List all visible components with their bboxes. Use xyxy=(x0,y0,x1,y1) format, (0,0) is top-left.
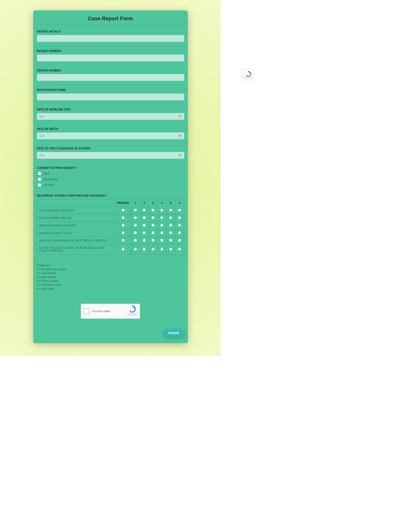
table-header: PRESENT xyxy=(115,200,131,207)
radio-icon[interactable] xyxy=(134,216,137,219)
radio-icon[interactable] xyxy=(152,216,154,219)
severity-option-severe[interactable]: SEVERE xyxy=(37,183,184,187)
radio-icon[interactable] xyxy=(169,216,172,219)
table-cell xyxy=(115,244,131,255)
radio-icon[interactable] xyxy=(134,248,137,250)
table-cell xyxy=(149,244,157,255)
table-cell xyxy=(175,207,184,214)
radio-icon[interactable] xyxy=(134,209,137,211)
radio-icon[interactable] xyxy=(178,224,181,227)
table-cell xyxy=(157,229,166,237)
radio-icon[interactable] xyxy=(122,209,124,211)
radio-icon[interactable] xyxy=(152,248,154,250)
table-cell xyxy=(115,222,131,229)
first-diagnosis-input[interactable] xyxy=(37,152,184,159)
recaptcha-badge[interactable]: Privacy - Terms xyxy=(243,70,254,80)
investigator-name-label: INVESTIGATOR NAME: xyxy=(37,89,184,91)
severity-group: CURRENT ASTHMA SEVERITY MILDMODERATESEVE… xyxy=(37,167,184,187)
patient-number-label: PATIENT NUMBER: xyxy=(37,50,184,52)
patient-number-input[interactable] xyxy=(37,55,184,61)
radio-icon[interactable] xyxy=(161,224,163,227)
radio-icon[interactable] xyxy=(169,239,172,242)
radio-icon[interactable] xyxy=(134,224,137,227)
baseline-visit-input[interactable] xyxy=(37,113,184,120)
table-row: COUGH DURING THE DAY xyxy=(37,214,184,222)
radio-icon[interactable] xyxy=(169,209,172,211)
radio-icon[interactable] xyxy=(178,239,181,242)
table-cell xyxy=(115,214,131,222)
table-header: 3 xyxy=(149,200,157,207)
radio-icon[interactable] xyxy=(161,248,163,250)
row-label: WHEEZE DURING THE DAY xyxy=(37,229,115,237)
patient-initials-input[interactable] xyxy=(37,35,184,42)
recaptcha-checkbox[interactable] xyxy=(84,308,89,314)
table-cell xyxy=(149,229,157,237)
radio-icon[interactable] xyxy=(161,216,163,219)
radio-icon[interactable] xyxy=(134,231,137,234)
table-cell xyxy=(140,237,149,244)
centre-number-label: CENTRE NUMBER: xyxy=(37,69,184,72)
radio-icon[interactable] xyxy=(143,216,145,219)
radio-icon[interactable] xyxy=(152,209,154,211)
table-cell xyxy=(140,244,149,255)
radio-icon[interactable] xyxy=(143,209,145,211)
table-cell xyxy=(166,229,175,237)
radio-icon[interactable] xyxy=(143,239,145,242)
radio-icon[interactable] xyxy=(143,248,145,250)
radio-icon[interactable] xyxy=(143,224,145,227)
radio-icon[interactable] xyxy=(161,209,163,211)
symptoms-section: RECURRENT ASTHMA SYMPTOMS AND FREQUENCY:… xyxy=(37,194,184,255)
table-cell xyxy=(166,244,175,255)
radio-icon[interactable] xyxy=(38,172,41,175)
radio-icon[interactable] xyxy=(178,248,181,250)
radio-icon[interactable] xyxy=(122,224,124,227)
table-cell xyxy=(175,229,184,237)
radio-icon[interactable] xyxy=(178,209,181,211)
radio-icon[interactable] xyxy=(178,231,181,234)
severity-label: CURRENT ASTHMA SEVERITY xyxy=(37,167,184,169)
investigator-name-input[interactable] xyxy=(37,94,184,100)
severity-option-mild[interactable]: MILD xyxy=(37,172,184,175)
table-cell xyxy=(131,207,140,214)
recaptcha-box[interactable]: I'm not a robot reCAPTCHA Privacy - Term… xyxy=(81,304,140,319)
radio-icon[interactable] xyxy=(38,178,41,181)
form-card: Case Report Form PATIENT INITIALS: PATIE… xyxy=(33,10,188,343)
table-header: 5 xyxy=(166,200,175,207)
radio-icon[interactable] xyxy=(161,231,163,234)
radio-icon[interactable] xyxy=(169,248,172,250)
radio-icon[interactable] xyxy=(161,239,163,242)
legend-title: Frequency: xyxy=(37,263,184,267)
radio-icon[interactable] xyxy=(134,239,137,242)
table-header: 1 xyxy=(131,200,140,207)
radio-icon[interactable] xyxy=(38,183,41,187)
radio-icon[interactable] xyxy=(169,224,172,227)
legend-line: 4 = 3 times a week xyxy=(37,279,184,283)
table-cell xyxy=(115,229,131,237)
radio-label: SEVERE xyxy=(44,184,54,187)
centre-number-input[interactable] xyxy=(37,74,184,81)
radio-icon[interactable] xyxy=(169,231,172,234)
radio-icon[interactable] xyxy=(122,216,124,219)
radio-label: MODERATE xyxy=(44,178,58,181)
table-cell xyxy=(131,244,140,255)
severity-option-moderate[interactable]: MODERATE xyxy=(37,178,184,181)
table-cell xyxy=(115,207,131,214)
legend-line: 5 = 4-6 times a week xyxy=(37,283,184,287)
radio-icon[interactable] xyxy=(122,239,124,242)
radio-icon[interactable] xyxy=(178,216,181,219)
dob-input[interactable] xyxy=(37,132,184,139)
radio-icon[interactable] xyxy=(143,231,145,234)
table-cell xyxy=(140,207,149,214)
first-diagnosis-label: DATE OF FIRST DIAGNOSIS OF ASTHMA: xyxy=(37,147,184,150)
radio-icon[interactable] xyxy=(152,231,154,234)
radio-icon[interactable] xyxy=(152,239,154,242)
table-cell xyxy=(175,237,184,244)
radio-icon[interactable] xyxy=(122,248,124,250)
radio-icon[interactable] xyxy=(122,231,124,234)
submit-button[interactable]: Submit xyxy=(163,329,184,337)
form-title: Case Report Form xyxy=(37,16,184,25)
baseline-visit-label: DATE OF BASELINE VISIT: xyxy=(37,108,184,111)
table-cell xyxy=(115,237,131,244)
table-cell xyxy=(175,214,184,222)
radio-icon[interactable] xyxy=(152,224,154,227)
